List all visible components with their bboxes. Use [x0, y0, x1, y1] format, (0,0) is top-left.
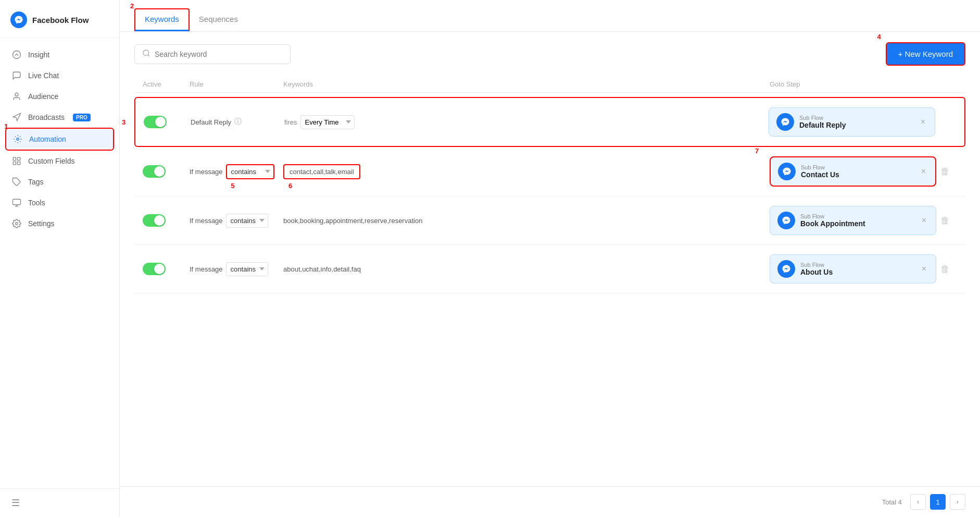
step-label-6: 6: [288, 182, 292, 190]
step-label-1: 1: [4, 122, 8, 130]
keyword-row-book-appointment: If message contains equals book,booking,…: [134, 196, 965, 245]
rule-select-row4[interactable]: contains equals: [226, 262, 268, 276]
fires-label: fires: [284, 118, 297, 126]
prev-page-button[interactable]: ‹: [910, 494, 926, 510]
keywords-value-row2[interactable]: contact,call,talk,email: [283, 164, 360, 179]
rule-select-row2[interactable]: contains equals starts with: [226, 164, 274, 179]
rule-select-row3[interactable]: contains equals: [226, 214, 268, 228]
svg-line-14: [148, 55, 149, 56]
keywords-value-row4: about,uchat,info,detail,faq: [283, 265, 361, 273]
rule-select-wrapper: 5 contains equals starts with: [226, 164, 274, 179]
sub-flow-info-row2: Sub Flow Contact Us: [801, 164, 914, 179]
keywords-cell-row4: about,uchat,info,detail,faq: [283, 265, 770, 273]
sidebar-item-automation[interactable]: 1 Automation: [5, 128, 114, 151]
header-actions: [936, 80, 957, 88]
new-keyword-button[interactable]: + New Keyword: [886, 42, 965, 66]
info-icon[interactable]: ⓘ: [234, 117, 242, 127]
keywords-cell-row2: 6 contact,call,talk,email: [283, 164, 770, 179]
messenger-subflow-icon: [776, 113, 794, 131]
messenger-icon: [10, 11, 27, 28]
sub-flow-close-row2[interactable]: ×: [919, 166, 928, 177]
tools-icon: [11, 198, 22, 208]
sub-flow-label-row4: Sub Flow: [800, 262, 914, 268]
tab-sequences[interactable]: Sequences: [190, 9, 247, 31]
header-goto: Goto Step: [770, 80, 936, 88]
content-area: 4 + New Keyword Active Rule Keywords Got…: [120, 32, 980, 486]
goto-cell-row2: 7 Sub Flow Contact Us ×: [770, 156, 936, 187]
toggle-row2[interactable]: [143, 165, 166, 178]
hamburger-icon[interactable]: ☰: [11, 498, 20, 508]
svg-point-13: [143, 50, 149, 56]
row-wrapper-4: If message contains equals about,uchat,i…: [134, 245, 965, 293]
toggle-row1[interactable]: [144, 116, 167, 128]
sidebar: Facebook Flow Insight Live Chat Audience: [0, 0, 120, 517]
sidebar-item-custom-fields[interactable]: Custom Fields: [0, 151, 119, 171]
sub-flow-info-row3: Sub Flow Book Appointment: [800, 213, 914, 228]
search-input[interactable]: [155, 50, 283, 58]
step-label-2: 2: [130, 2, 134, 10]
search-box[interactable]: [134, 44, 291, 64]
broadcasts-label: Broadcasts: [28, 113, 65, 121]
automation-icon: [12, 134, 23, 144]
sub-flow-close-row4[interactable]: ×: [920, 263, 928, 275]
sub-flow-name-row1: Default Reply: [799, 121, 913, 129]
sub-flow-card-row1[interactable]: Sub Flow Default Reply ×: [769, 107, 935, 137]
tab-keywords[interactable]: 2 Keywords: [134, 8, 190, 31]
table-header: Active Rule Keywords Goto Step: [134, 76, 965, 93]
if-message-label-row2: If message: [190, 168, 223, 176]
sub-flow-card-row4[interactable]: Sub Flow About Us ×: [770, 254, 936, 284]
row-wrapper-3: If message contains equals book,booking,…: [134, 196, 965, 245]
chevron-left-icon: ‹: [917, 498, 919, 506]
toggle-row3[interactable]: [143, 214, 166, 227]
sub-flow-card-row2[interactable]: Sub Flow Contact Us ×: [770, 156, 936, 187]
step-label-5: 5: [231, 182, 235, 190]
sidebar-item-settings[interactable]: Settings: [0, 213, 119, 234]
chart-icon: [11, 50, 22, 60]
goto-cell-row1: Sub Flow Default Reply ×: [769, 107, 935, 137]
if-message-label-row3: If message: [190, 217, 223, 225]
pro-badge: PRO: [73, 114, 91, 121]
insight-label: Insight: [28, 51, 49, 59]
svg-rect-5: [18, 157, 20, 160]
delete-btn-row4[interactable]: 🗑: [936, 262, 957, 277]
svg-point-3: [17, 138, 19, 141]
delete-btn-row2[interactable]: 🗑: [936, 164, 957, 179]
sub-flow-name-row2: Contact Us: [801, 170, 914, 179]
fires-select[interactable]: Every Time Once: [300, 115, 355, 129]
rule-cell-row3: If message contains equals: [190, 214, 283, 228]
svg-rect-6: [13, 162, 16, 165]
toggle-row4[interactable]: [143, 263, 166, 275]
pagination-bar: Total 4 ‹ 1 ›: [120, 486, 980, 517]
sidebar-item-live-chat[interactable]: Live Chat: [0, 65, 119, 86]
sidebar-item-insight[interactable]: Insight: [0, 44, 119, 65]
svg-point-1: [15, 93, 18, 96]
user-icon: [11, 91, 22, 102]
rule-cell-row2: If message 5 contains equals starts with: [190, 164, 283, 179]
sub-flow-card-row3[interactable]: Sub Flow Book Appointment ×: [770, 206, 936, 235]
settings-label: Settings: [28, 219, 55, 228]
fields-icon: [11, 156, 22, 166]
sidebar-item-broadcasts[interactable]: Broadcasts PRO: [0, 107, 119, 128]
sub-flow-name-row4: About Us: [800, 268, 914, 276]
sub-flow-close-row1[interactable]: ×: [919, 116, 927, 128]
sidebar-item-tools[interactable]: Tools: [0, 192, 119, 213]
messenger-icon-row3: [777, 212, 795, 229]
row-wrapper-1: 3 Default Reply ⓘ fires Every Time Once: [134, 97, 965, 147]
rule-cell-row4: If message contains equals: [190, 262, 283, 276]
keyword-row-default-reply: Default Reply ⓘ fires Every Time Once: [134, 97, 965, 147]
keywords-cell-row3: book,booking,appointment,reserve,reserva…: [283, 217, 770, 225]
keyword-row-about-us: If message contains equals about,uchat,i…: [134, 245, 965, 293]
delete-btn-row3[interactable]: 🗑: [936, 213, 957, 228]
page-1-button[interactable]: 1: [930, 494, 946, 510]
sub-flow-close-row3[interactable]: ×: [920, 215, 928, 226]
messenger-icon-row4: [777, 260, 795, 278]
toolbar-row: 4 + New Keyword: [134, 42, 965, 66]
next-page-button[interactable]: ›: [950, 494, 965, 510]
sub-flow-info-row1: Sub Flow Default Reply: [799, 115, 913, 129]
sidebar-item-audience[interactable]: Audience: [0, 86, 119, 107]
keywords-value-row3: book,booking,appointment,reserve,reserva…: [283, 217, 422, 225]
row-wrapper-2: If message 5 contains equals starts with…: [134, 147, 965, 196]
pagination-total: Total 4: [882, 498, 902, 506]
sidebar-item-tags[interactable]: Tags: [0, 171, 119, 192]
sub-flow-info-row4: Sub Flow About Us: [800, 262, 914, 276]
